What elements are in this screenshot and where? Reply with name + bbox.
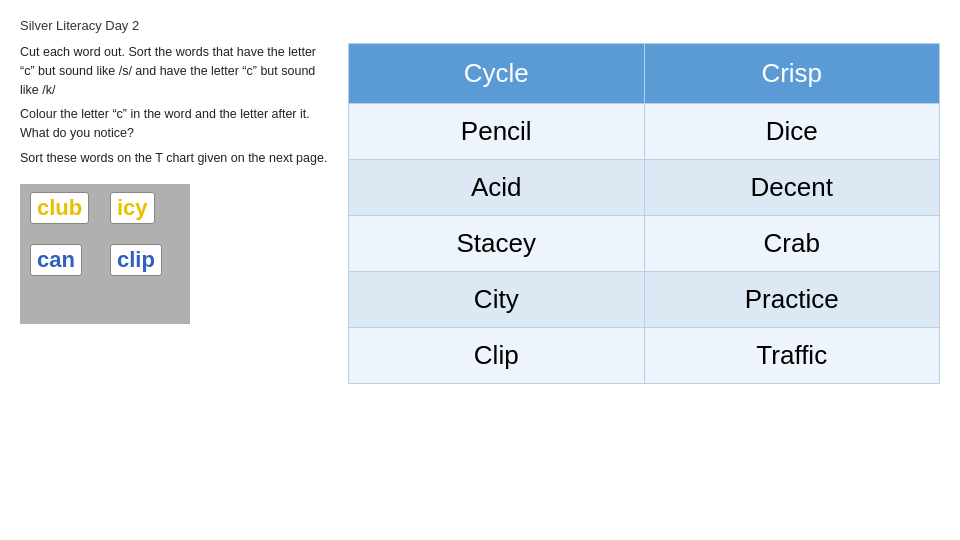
instructions: Cut each word out. Sort the words that h… — [20, 43, 330, 174]
table-row: Acid Decent — [349, 160, 940, 216]
header-col1: Cycle — [349, 44, 645, 104]
table-row: City Practice — [349, 272, 940, 328]
cell-crab: Crab — [644, 216, 940, 272]
cell-stacey: Stacey — [349, 216, 645, 272]
left-panel: Cut each word out. Sort the words that h… — [20, 43, 330, 530]
instruction-3: Sort these words on the T chart given on… — [20, 149, 330, 168]
table-row: Stacey Crab — [349, 216, 940, 272]
right-panel: Cycle Crisp Pencil Dice Acid Decent Stac… — [348, 43, 940, 530]
card-club: club — [30, 192, 89, 224]
table-row: Clip Traffic — [349, 328, 940, 384]
card-icy: icy — [110, 192, 155, 224]
word-table: Cycle Crisp Pencil Dice Acid Decent Stac… — [348, 43, 940, 384]
cell-pencil: Pencil — [349, 104, 645, 160]
card-can: can — [30, 244, 82, 276]
cell-practice: Practice — [644, 272, 940, 328]
page: Silver Literacy Day 2 Cut each word out.… — [0, 0, 960, 540]
cell-dice: Dice — [644, 104, 940, 160]
cell-traffic: Traffic — [644, 328, 940, 384]
main-content: Cut each word out. Sort the words that h… — [20, 43, 940, 530]
table-header-row: Cycle Crisp — [349, 44, 940, 104]
table-row: Pencil Dice — [349, 104, 940, 160]
word-cards-image: club icy can clip — [20, 184, 190, 324]
cell-city: City — [349, 272, 645, 328]
cell-clip: Clip — [349, 328, 645, 384]
page-title: Silver Literacy Day 2 — [20, 18, 940, 33]
header-col2: Crisp — [644, 44, 940, 104]
cell-acid: Acid — [349, 160, 645, 216]
cell-decent: Decent — [644, 160, 940, 216]
card-clip: clip — [110, 244, 162, 276]
instruction-2: Colour the letter “c” in the word and th… — [20, 105, 330, 143]
instruction-1: Cut each word out. Sort the words that h… — [20, 43, 330, 99]
